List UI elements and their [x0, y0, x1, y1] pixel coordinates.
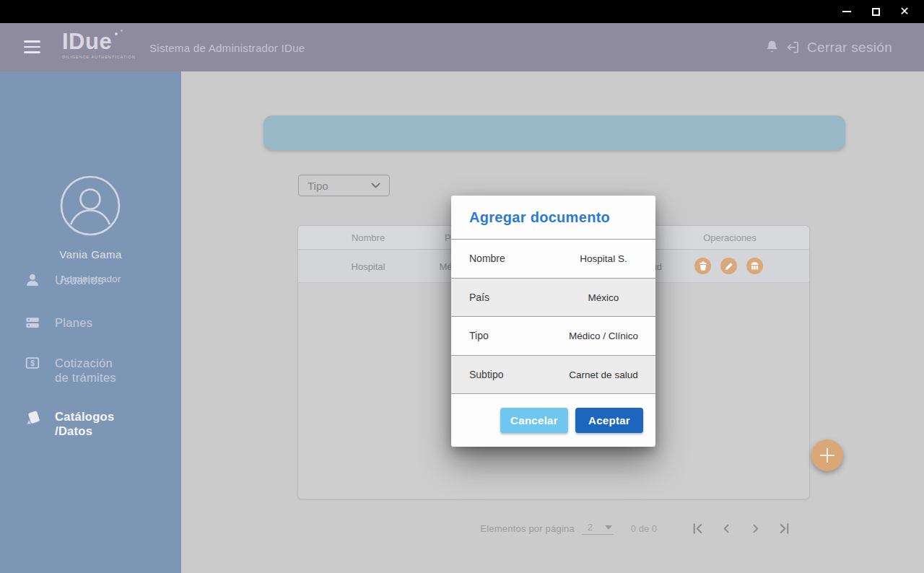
- dialog-title: Agregar documento: [469, 209, 610, 226]
- column-header-operaciones: Operaciones: [703, 232, 757, 243]
- caret-down-icon: [605, 525, 612, 530]
- cell-nombre: Hospital: [352, 261, 385, 272]
- sidebar-item-label: Cotización de trámites: [55, 356, 116, 385]
- catalogs-icon: [25, 408, 40, 424]
- logout-icon[interactable]: [785, 40, 801, 55]
- column-header-nombre: Nombre: [352, 232, 385, 243]
- last-page-icon: [777, 522, 791, 535]
- user-name: Vania Gama: [0, 248, 181, 261]
- logo-registered-mark: [121, 30, 123, 32]
- field-label: Tipo: [469, 330, 489, 341]
- chevron-down-icon: [371, 183, 380, 188]
- last-page-button[interactable]: [777, 522, 791, 535]
- field-label: Subtipo: [469, 369, 503, 380]
- sidebar-item-catalogos[interactable]: Catálogos /Datos: [25, 409, 114, 438]
- sidebar-item-cotizacion[interactable]: $ Cotización de trámites: [25, 356, 116, 385]
- pencil-icon: [725, 262, 733, 271]
- user-icon: [25, 272, 40, 288]
- pagination-bar: Elementos por página 2 0 de 0: [480, 519, 791, 538]
- sidebar-item-label: Catálogos /Datos: [55, 409, 114, 438]
- window-titlebar: ✕: [0, 0, 924, 23]
- logo-accent-dot: [115, 32, 118, 35]
- minimize-icon: [842, 11, 851, 12]
- plus-icon: [820, 448, 834, 463]
- tipo-dropdown[interactable]: Tipo: [298, 175, 390, 196]
- trash-icon: [699, 261, 707, 271]
- close-button[interactable]: ✕: [895, 4, 914, 19]
- field-row-pais: País México: [451, 279, 655, 318]
- sidebar-item-label: Planes: [55, 315, 92, 330]
- chevron-right-icon: [749, 522, 762, 535]
- next-page-button[interactable]: [749, 522, 762, 535]
- page-size-value: 2: [588, 522, 593, 533]
- logout-button[interactable]: Cerrar sesión: [807, 40, 892, 56]
- table-icon: [750, 261, 759, 271]
- chevron-left-icon: [720, 522, 733, 535]
- field-value: Hospital S.: [552, 253, 655, 264]
- sidebar: Vania Gama Administrador Usuarios Planes: [0, 71, 181, 573]
- items-per-page-label: Elementos por página: [480, 523, 574, 534]
- maximize-icon: [872, 8, 880, 16]
- first-page-icon: [691, 522, 705, 535]
- notifications-bell-icon[interactable]: [765, 40, 779, 55]
- field-value: Médico / Clínico: [552, 331, 655, 341]
- page-size-select[interactable]: 2: [582, 522, 614, 535]
- field-label: País: [469, 292, 489, 303]
- row-data-button[interactable]: [746, 258, 763, 274]
- logo-text: IDue: [62, 30, 136, 53]
- first-page-button[interactable]: [691, 522, 705, 535]
- app-header: IDue DILIGENCE AUTHENTICATION Sistema de…: [0, 23, 924, 71]
- sidebar-item-usuarios[interactable]: Usuarios: [25, 273, 104, 288]
- edit-row-button[interactable]: [720, 258, 737, 274]
- page-title: Sistema de Administrador IDue: [149, 42, 305, 54]
- quote-dollar-icon: $: [25, 355, 40, 371]
- field-row-nombre: Nombre Hospital S.: [451, 240, 655, 279]
- dialog-footer: Cancelar Aceptar: [451, 394, 655, 447]
- field-value: México: [552, 292, 655, 302]
- sidebar-item-label: Usuarios: [55, 273, 104, 287]
- cancel-button[interactable]: Cancelar: [500, 408, 568, 433]
- dialog-header: Agregar documento: [451, 196, 655, 240]
- field-label: Nombre: [469, 253, 505, 264]
- accept-button[interactable]: Aceptar: [575, 408, 643, 433]
- close-icon: ✕: [899, 6, 909, 17]
- field-row-subtipo: Subtipo Carnet de salud: [451, 356, 655, 395]
- logo-subtext: DILIGENCE AUTHENTICATION: [62, 55, 136, 59]
- svg-text:$: $: [30, 359, 35, 367]
- previous-page-button[interactable]: [720, 522, 733, 535]
- tipo-dropdown-label: Tipo: [308, 180, 328, 192]
- plans-icon: [25, 315, 40, 331]
- sidebar-item-planes[interactable]: Planes: [25, 315, 92, 331]
- user-avatar-icon: [60, 175, 121, 236]
- menu-toggle-button[interactable]: [24, 40, 40, 53]
- field-row-tipo: Tipo Médico / Clínico: [451, 317, 655, 356]
- add-document-fab[interactable]: [811, 439, 843, 471]
- page-header-band: [263, 115, 845, 150]
- delete-row-button[interactable]: [694, 258, 711, 274]
- page-range-label: 0 de 0: [631, 523, 657, 534]
- field-value: Carnet de salud: [552, 369, 655, 380]
- minimize-button[interactable]: [837, 4, 856, 19]
- maximize-button[interactable]: [866, 4, 885, 19]
- app-logo: IDue DILIGENCE AUTHENTICATION: [62, 30, 136, 59]
- agregar-documento-dialog: Agregar documento Nombre Hospital S. Paí…: [451, 196, 655, 447]
